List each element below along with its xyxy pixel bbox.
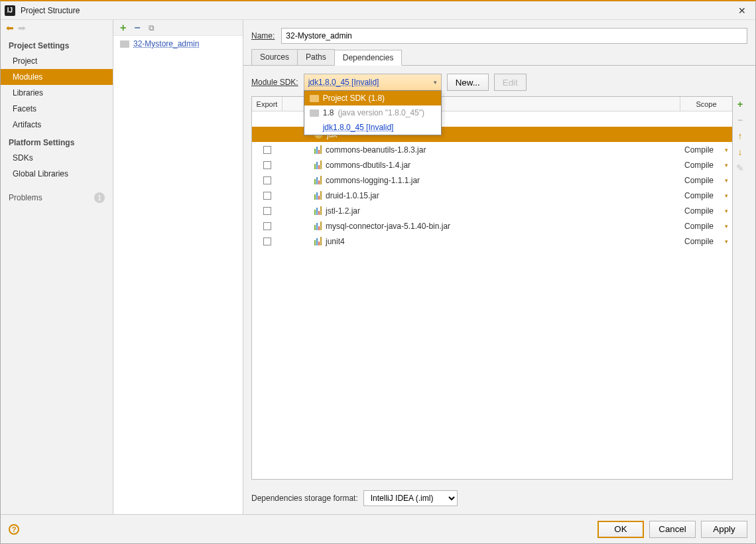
move-up-icon[interactable]: ↑ — [738, 131, 743, 141]
modules-toolbar: + − ⧉ — [113, 20, 243, 36]
sdk-option-suffix: (java version "1.8.0_45") — [338, 108, 424, 117]
ok-button[interactable]: OK — [598, 521, 644, 538]
edit-dependency-icon[interactable]: ✎ — [736, 163, 744, 173]
nav-global-libraries[interactable]: Global Libraries — [1, 166, 113, 182]
name-label: Name: — [251, 31, 275, 40]
nav-artifacts[interactable]: Artifacts — [1, 117, 113, 133]
export-checkbox[interactable] — [263, 146, 271, 154]
chevron-down-icon: ▾ — [725, 208, 728, 214]
table-row[interactable]: commons-dbutils-1.4.jarCompile▾ — [252, 157, 732, 172]
scope-value: Compile — [684, 237, 714, 246]
export-checkbox[interactable] — [263, 222, 271, 230]
table-row[interactable]: commons-beanutils-1.8.3.jarCompile▾ — [252, 142, 732, 157]
name-cell: commons-dbutils-1.4.jar — [283, 161, 680, 170]
new-sdk-button[interactable]: New... — [447, 74, 489, 91]
problems-label: Problems — [9, 193, 42, 202]
library-icon — [314, 161, 322, 169]
module-name-input[interactable] — [281, 28, 747, 44]
copy-module-icon[interactable]: ⧉ — [149, 23, 155, 33]
library-icon — [314, 176, 322, 184]
export-cell — [252, 207, 283, 215]
nav-modules[interactable]: Modules — [1, 69, 113, 85]
export-checkbox[interactable] — [263, 161, 271, 169]
folder-icon — [310, 109, 319, 117]
export-cell — [252, 176, 283, 184]
close-icon[interactable]: ✕ — [733, 4, 751, 17]
chevron-down-icon: ▾ — [434, 79, 437, 86]
dependency-name: commons-beanutils-1.8.3.jar — [326, 145, 426, 155]
column-export[interactable]: Export — [252, 97, 283, 111]
table-row[interactable]: druid-1.0.15.jarCompile▾ — [252, 188, 732, 203]
module-sdk-label: Module SDK: — [251, 78, 298, 87]
scope-cell[interactable]: Compile▾ — [680, 237, 732, 246]
name-cell: druid-1.0.15.jar — [283, 191, 680, 200]
cancel-button[interactable]: Cancel — [649, 521, 696, 538]
dependency-name: druid-1.0.15.jar — [326, 191, 379, 200]
add-module-icon[interactable]: + — [120, 22, 126, 34]
nav-back-icon[interactable]: ⬅ — [6, 23, 14, 33]
dependency-name: junit4 — [326, 237, 345, 246]
tab-dependencies[interactable]: Dependencies — [334, 50, 403, 66]
nav-facets[interactable]: Facets — [1, 101, 113, 117]
chevron-down-icon: ▾ — [725, 177, 728, 184]
module-sdk-dropdown-list: Project SDK (1.8) 1.8 (java version "1.8… — [304, 90, 442, 135]
chevron-down-icon: ▾ — [725, 238, 728, 245]
module-folder-icon — [120, 40, 129, 48]
nav-problems[interactable]: Problems 1 — [1, 187, 113, 208]
storage-format-select[interactable]: IntelliJ IDEA (.iml) — [363, 490, 458, 506]
name-cell: commons-logging-1.1.1.jar — [283, 176, 680, 185]
name-cell: mysql-connector-java-5.1.40-bin.jar — [283, 222, 680, 231]
help-icon[interactable]: ? — [9, 524, 19, 535]
scope-value: Compile — [684, 222, 714, 231]
sdk-option-18[interactable]: 1.8 (java version "1.8.0_45") — [304, 105, 441, 120]
tab-paths[interactable]: Paths — [297, 49, 335, 65]
library-icon — [314, 222, 322, 230]
library-icon — [314, 145, 322, 154]
scope-value: Compile — [684, 161, 714, 170]
sdk-option-label: jdk1.8.0_45 [Invalid] — [323, 123, 394, 132]
left-nav: ⬅ ➡ Project Settings Project Modules Lib… — [1, 20, 113, 514]
sdk-option-label: Project SDK (1.8) — [323, 94, 385, 103]
scope-value: Compile — [684, 145, 714, 155]
nav-forward-icon[interactable]: ➡ — [18, 23, 26, 33]
module-tabs: Sources Paths Dependencies — [243, 49, 755, 66]
scope-cell[interactable]: Compile▾ — [680, 191, 732, 200]
table-row[interactable]: commons-logging-1.1.1.jarCompile▾ — [252, 172, 732, 188]
export-checkbox[interactable] — [263, 238, 271, 245]
scope-value: Compile — [684, 176, 714, 185]
nav-sdks[interactable]: SDKs — [1, 150, 113, 166]
name-cell: commons-beanutils-1.8.3.jar — [283, 145, 680, 155]
module-sdk-dropdown[interactable]: jdk1.8.0_45 [Invalid] ▾ — [304, 74, 442, 91]
storage-format-label: Dependencies storage format: — [251, 494, 358, 503]
dependency-name: jstl-1.2.jar — [326, 206, 360, 216]
scope-value: Compile — [684, 206, 714, 216]
scope-cell[interactable]: Compile▾ — [680, 161, 732, 170]
nav-project[interactable]: Project — [1, 53, 113, 69]
add-dependency-icon[interactable]: + — [737, 99, 743, 109]
name-cell: junit4 — [283, 237, 680, 246]
sdk-option-invalid[interactable]: jdk1.8.0_45 [Invalid] — [304, 120, 441, 135]
table-row[interactable]: junit4Compile▾ — [252, 234, 732, 249]
move-down-icon[interactable]: ↓ — [738, 147, 743, 157]
export-cell — [252, 238, 283, 245]
sdk-option-project[interactable]: Project SDK (1.8) — [304, 91, 441, 105]
scope-cell[interactable]: Compile▾ — [680, 222, 732, 231]
export-checkbox[interactable] — [263, 207, 271, 215]
export-checkbox[interactable] — [263, 176, 271, 184]
platform-settings-header: Platform Settings — [1, 133, 113, 150]
tab-sources[interactable]: Sources — [251, 49, 298, 65]
column-scope[interactable]: Scope — [680, 97, 732, 111]
chevron-down-icon: ▾ — [725, 223, 728, 230]
table-row[interactable]: mysql-connector-java-5.1.40-bin.jarCompi… — [252, 218, 732, 234]
table-row[interactable]: jstl-1.2.jarCompile▾ — [252, 203, 732, 218]
scope-cell[interactable]: Compile▾ — [680, 145, 732, 155]
remove-dependency-icon[interactable]: − — [737, 115, 743, 125]
dependency-name: mysql-connector-java-5.1.40-bin.jar — [326, 222, 450, 231]
export-checkbox[interactable] — [263, 192, 271, 200]
apply-button[interactable]: Apply — [701, 521, 747, 538]
scope-cell[interactable]: Compile▾ — [680, 176, 732, 185]
nav-libraries[interactable]: Libraries — [1, 85, 113, 101]
remove-module-icon[interactable]: − — [134, 22, 140, 34]
scope-cell[interactable]: Compile▾ — [680, 206, 732, 216]
module-item[interactable]: 32-Mystore_admin — [113, 36, 243, 52]
